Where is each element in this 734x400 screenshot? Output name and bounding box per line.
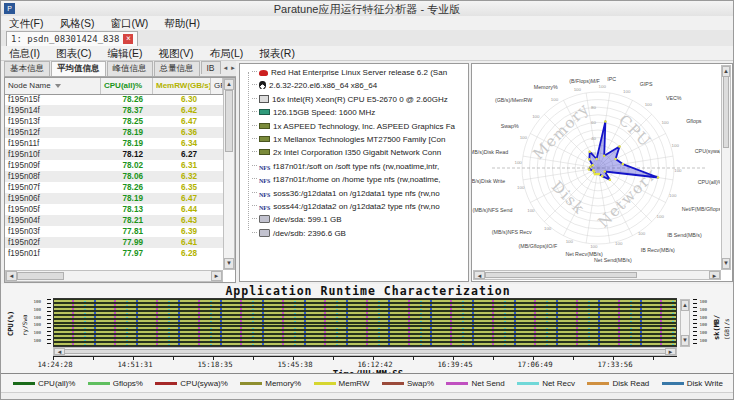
- table-row[interactable]: f195n03f 77.81 6.39: [5, 226, 223, 237]
- menu-item[interactable]: 报表(R): [251, 46, 303, 60]
- menu-item[interactable]: 帮助(H): [156, 16, 208, 30]
- gflops-cell: [211, 171, 223, 182]
- timeline-node-strip: [54, 342, 676, 346]
- legend-item[interactable]: Swap%: [382, 379, 434, 388]
- plot-horizontal-scrollbar[interactable]: ◄ ►: [53, 347, 677, 356]
- scroll-right-icon[interactable]: ►: [211, 271, 222, 281]
- system-item-text: f187n01f:/soft on /soft type nfs (rw,noa…: [273, 162, 439, 171]
- scroll-right-icon[interactable]: ►: [709, 271, 720, 279]
- filter-icon[interactable]: [55, 84, 61, 88]
- system-item[interactable]: /dev/sda: 599.1 GB: [246, 215, 468, 228]
- table-row[interactable]: f195n01f 77.97 6.28: [5, 248, 223, 259]
- system-item[interactable]: NFSf187n01f:/soft on /soft type nfs (rw,…: [246, 162, 468, 175]
- legend-item[interactable]: MemRW: [314, 379, 370, 388]
- table-header[interactable]: Node NameCPU(all)%MemRW(GB/s)GF: [5, 78, 235, 95]
- system-item[interactable]: Red Hat Enterprise Linux Server release …: [246, 68, 468, 81]
- scroll-thumb[interactable]: [723, 76, 729, 148]
- scroll-up-icon[interactable]: ▲: [681, 300, 689, 311]
- timeline-plot-area[interactable]: [53, 298, 677, 347]
- menu-item[interactable]: 图表(C): [48, 46, 100, 60]
- system-item[interactable]: NFSsoss36:/g12data1 on /g12data1 type nf…: [246, 189, 468, 202]
- table-row[interactable]: f195n11f 78.19 6.34: [5, 138, 223, 149]
- legend-item[interactable]: Net Recv: [517, 379, 575, 388]
- legend-label: Gflops%: [113, 379, 143, 388]
- menu-item[interactable]: 风格(S): [51, 16, 102, 30]
- table-vertical-scrollbar[interactable]: ▲ ▼: [223, 78, 235, 270]
- menu-item[interactable]: 窗口(W): [102, 16, 156, 30]
- col-node-name[interactable]: Node Name: [5, 78, 101, 94]
- scroll-down-icon[interactable]: ▼: [224, 258, 234, 269]
- menu-item[interactable]: 文件(F): [1, 16, 51, 30]
- info-tab[interactable]: 总量信息: [154, 61, 200, 76]
- table-row[interactable]: f195n10f 78.12 6.27: [5, 149, 223, 160]
- table-row[interactable]: f195n05f 78.13 6.44: [5, 204, 223, 215]
- scroll-thumb[interactable]: [225, 90, 233, 152]
- system-item[interactable]: /dev/sdb: 2396.6 GB: [246, 229, 468, 242]
- table-row[interactable]: f195n08f 78.06 6.32: [5, 171, 223, 182]
- radar-axis-label: Net/F(MB/Gflops): [682, 206, 720, 212]
- x-tick-label: 14:24:28: [37, 360, 72, 369]
- table-row[interactable]: f195n02f 77.99 6.41: [5, 237, 223, 248]
- menu-item[interactable]: 视图(V): [151, 46, 202, 60]
- col-gflops[interactable]: GF: [211, 78, 223, 94]
- legend-swatch: [88, 382, 110, 385]
- tab-scroll-left-icon[interactable]: ◄: [222, 65, 228, 71]
- system-item[interactable]: 16x Intel(R) Xeon(R) CPU E5-2670 0 @ 2.6…: [246, 95, 468, 108]
- table-row[interactable]: f195n14f 78.37 6.42: [5, 105, 223, 116]
- gflops-cell: [211, 160, 223, 171]
- menu-item[interactable]: 信息(I): [1, 46, 48, 60]
- legend-item[interactable]: Disk Read: [587, 379, 649, 388]
- scroll-left-icon[interactable]: ◄: [6, 271, 17, 281]
- legend-item[interactable]: CPU(sywa)%: [155, 379, 228, 388]
- col-memrw[interactable]: MemRW(GB/s): [153, 78, 211, 94]
- scroll-up-icon[interactable]: ▲: [224, 79, 234, 90]
- scroll-down-icon[interactable]: ▼: [722, 258, 730, 269]
- radar-axis-label: (MB/s)Disk Read: [472, 149, 508, 155]
- node-name-cell: f195n04f: [5, 215, 101, 226]
- info-tab[interactable]: IB: [201, 61, 221, 74]
- document-tab[interactable]: 1: psdn_08301424_838×: [6, 31, 138, 46]
- svg-text:100: 100: [672, 143, 680, 148]
- table-row[interactable]: f195n06f 78.19 6.47: [5, 193, 223, 204]
- system-item[interactable]: 1x ASPEED Technology, Inc. ASPEED Graphi…: [246, 122, 468, 135]
- info-tab[interactable]: 基本信息: [4, 61, 50, 76]
- info-tab[interactable]: 平均值信息: [51, 61, 106, 76]
- table-row[interactable]: f195n12f 78.19 6.36: [5, 127, 223, 138]
- system-item[interactable]: NFSf187n01f:/home on /home type nfs (rw,…: [246, 175, 468, 188]
- legend-item[interactable]: CPU(all)%: [13, 379, 75, 388]
- menu-item[interactable]: 布局(L): [202, 46, 252, 60]
- tab-scroll-right-icon[interactable]: ►: [230, 65, 236, 71]
- menu-item[interactable]: 编辑(E): [100, 46, 151, 60]
- table-row[interactable]: f195n04f 78.21 6.43: [5, 215, 223, 226]
- plot-vertical-scrollbar[interactable]: ▲ ▼: [680, 299, 690, 347]
- svg-text:100: 100: [574, 87, 582, 92]
- legend-item[interactable]: Memory%: [240, 379, 301, 388]
- scroll-down-icon[interactable]: ▼: [681, 335, 689, 346]
- table-row[interactable]: f195n09f 78.02 6.31: [5, 160, 223, 171]
- node-name-cell: f195n06f: [5, 193, 101, 204]
- table-horizontal-scrollbar[interactable]: ◄ ►: [5, 270, 223, 282]
- scroll-left-icon[interactable]: ◄: [474, 271, 485, 279]
- legend-swatch: [13, 382, 35, 385]
- legend-item[interactable]: Disk Write: [662, 379, 723, 388]
- scroll-thumb[interactable]: [17, 272, 64, 280]
- scroll-thumb[interactable]: [64, 349, 666, 354]
- scroll-right-icon[interactable]: ►: [665, 348, 676, 355]
- col-cpu[interactable]: CPU(all)%: [101, 78, 153, 94]
- scroll-thumb[interactable]: [485, 272, 637, 278]
- system-item[interactable]: 126.15GB Speed: 1600 MHz: [246, 108, 468, 121]
- cpu-cell: 78.21: [101, 215, 153, 226]
- radar-vertical-scrollbar[interactable]: ▲ ▼: [721, 65, 731, 270]
- legend-item[interactable]: Net Send: [446, 379, 504, 388]
- system-item[interactable]: NFSsoss44:/g12data2 on /g12data2 type nf…: [246, 202, 468, 215]
- system-item[interactable]: 2x Intel Corporation I350 Gigabit Networ…: [246, 148, 468, 161]
- system-item[interactable]: 1x Mellanox Technologies MT27500 Family …: [246, 135, 468, 148]
- table-row[interactable]: f195n13f 78.25 6.47: [5, 116, 223, 127]
- table-row[interactable]: f195n07f 78.26 6.35: [5, 182, 223, 193]
- close-icon[interactable]: ×: [123, 34, 133, 44]
- info-tab[interactable]: 峰值信息: [107, 61, 153, 76]
- system-item[interactable]: 2.6.32-220.el6.x86_64 x86_64: [246, 81, 468, 94]
- legend-item[interactable]: Gflops%: [88, 379, 143, 388]
- table-row[interactable]: f195n15f 78.26 6.30: [5, 94, 223, 105]
- radar-horizontal-scrollbar[interactable]: ◄ ►: [473, 270, 721, 280]
